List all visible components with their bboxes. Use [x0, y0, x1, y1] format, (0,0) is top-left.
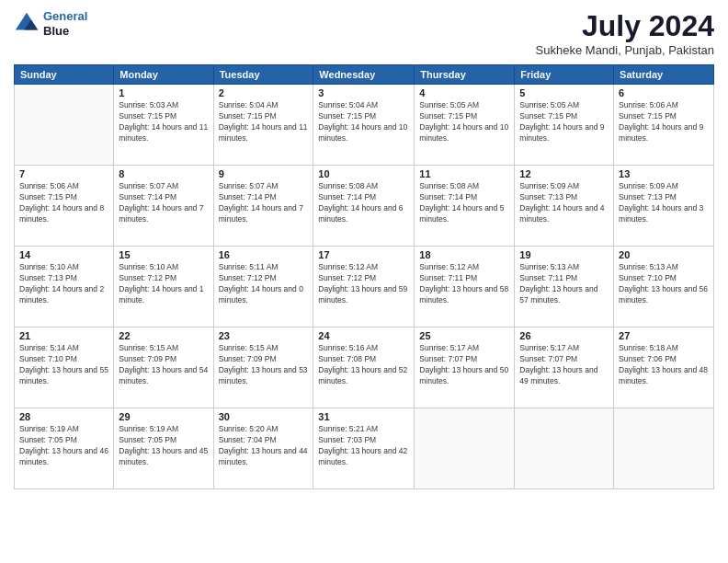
calendar-header-sunday: Sunday — [15, 65, 114, 85]
title-section: July 2024 Sukheke Mandi, Punjab, Pakista… — [536, 9, 714, 57]
day-info: Sunrise: 5:19 AMSunset: 7:05 PMDaylight:… — [119, 424, 208, 468]
day-number: 11 — [419, 168, 509, 179]
calendar-cell: 24Sunrise: 5:16 AMSunset: 7:08 PMDayligh… — [313, 327, 415, 408]
day-number: 14 — [19, 249, 108, 260]
day-number: 7 — [19, 168, 108, 179]
calendar-table: SundayMondayTuesdayWednesdayThursdayFrid… — [14, 64, 714, 489]
calendar-cell: 13Sunrise: 5:09 AMSunset: 7:13 PMDayligh… — [614, 166, 714, 247]
calendar-cell: 22Sunrise: 5:15 AMSunset: 7:09 PMDayligh… — [114, 327, 213, 408]
calendar-cell: 7Sunrise: 5:06 AMSunset: 7:15 PMDaylight… — [15, 166, 114, 247]
logo-text: General Blue — [43, 9, 87, 38]
day-info: Sunrise: 5:12 AMSunset: 7:11 PMDaylight:… — [419, 262, 509, 306]
calendar-cell: 4Sunrise: 5:05 AMSunset: 7:15 PMDaylight… — [415, 85, 515, 166]
day-info: Sunrise: 5:07 AMSunset: 7:14 PMDaylight:… — [219, 181, 309, 225]
day-info: Sunrise: 5:07 AMSunset: 7:14 PMDaylight:… — [119, 181, 208, 225]
day-info: Sunrise: 5:09 AMSunset: 7:13 PMDaylight:… — [619, 181, 709, 225]
calendar-header-saturday: Saturday — [614, 65, 714, 85]
calendar-cell: 26Sunrise: 5:17 AMSunset: 7:07 PMDayligh… — [515, 327, 614, 408]
day-number: 9 — [219, 168, 309, 179]
day-info: Sunrise: 5:05 AMSunset: 7:15 PMDaylight:… — [519, 100, 609, 144]
day-number: 31 — [318, 411, 409, 422]
day-info: Sunrise: 5:16 AMSunset: 7:08 PMDaylight:… — [318, 343, 409, 387]
day-number: 17 — [318, 249, 409, 260]
day-info: Sunrise: 5:09 AMSunset: 7:13 PMDaylight:… — [519, 181, 609, 225]
header: General Blue July 2024 Sukheke Mandi, Pu… — [14, 9, 714, 57]
calendar-cell — [415, 408, 515, 489]
day-info: Sunrise: 5:14 AMSunset: 7:10 PMDaylight:… — [19, 343, 108, 387]
calendar-cell: 21Sunrise: 5:14 AMSunset: 7:10 PMDayligh… — [15, 327, 114, 408]
calendar-cell: 2Sunrise: 5:04 AMSunset: 7:15 PMDaylight… — [213, 85, 313, 166]
calendar-cell: 29Sunrise: 5:19 AMSunset: 7:05 PMDayligh… — [114, 408, 213, 489]
day-number: 18 — [419, 249, 509, 260]
day-info: Sunrise: 5:19 AMSunset: 7:05 PMDaylight:… — [19, 424, 108, 468]
calendar-header-tuesday: Tuesday — [213, 65, 313, 85]
calendar-cell: 16Sunrise: 5:11 AMSunset: 7:12 PMDayligh… — [213, 247, 313, 327]
calendar-cell: 20Sunrise: 5:13 AMSunset: 7:10 PMDayligh… — [614, 247, 714, 327]
calendar-header-row: SundayMondayTuesdayWednesdayThursdayFrid… — [15, 65, 714, 85]
calendar-cell: 9Sunrise: 5:07 AMSunset: 7:14 PMDaylight… — [213, 166, 313, 247]
calendar-cell: 25Sunrise: 5:17 AMSunset: 7:07 PMDayligh… — [415, 327, 515, 408]
calendar-header-monday: Monday — [114, 65, 213, 85]
calendar-cell: 17Sunrise: 5:12 AMSunset: 7:12 PMDayligh… — [313, 247, 415, 327]
calendar-cell: 23Sunrise: 5:15 AMSunset: 7:09 PMDayligh… — [213, 327, 313, 408]
day-info: Sunrise: 5:15 AMSunset: 7:09 PMDaylight:… — [219, 343, 309, 387]
subtitle: Sukheke Mandi, Punjab, Pakistan — [536, 43, 714, 57]
day-info: Sunrise: 5:03 AMSunset: 7:15 PMDaylight:… — [119, 100, 208, 144]
calendar-cell — [614, 408, 714, 489]
day-number: 19 — [519, 249, 609, 260]
day-number: 22 — [119, 330, 208, 341]
day-number: 25 — [419, 330, 509, 341]
day-info: Sunrise: 5:06 AMSunset: 7:15 PMDaylight:… — [619, 100, 709, 144]
calendar-cell: 28Sunrise: 5:19 AMSunset: 7:05 PMDayligh… — [15, 408, 114, 489]
calendar-cell: 31Sunrise: 5:21 AMSunset: 7:03 PMDayligh… — [313, 408, 415, 489]
day-number: 3 — [318, 87, 409, 98]
calendar-cell: 19Sunrise: 5:13 AMSunset: 7:11 PMDayligh… — [515, 247, 614, 327]
calendar-cell: 8Sunrise: 5:07 AMSunset: 7:14 PMDaylight… — [114, 166, 213, 247]
day-info: Sunrise: 5:18 AMSunset: 7:06 PMDaylight:… — [619, 343, 709, 387]
day-info: Sunrise: 5:21 AMSunset: 7:03 PMDaylight:… — [318, 424, 409, 468]
calendar-cell — [15, 85, 114, 166]
day-number: 15 — [119, 249, 208, 260]
day-number: 12 — [519, 168, 609, 179]
day-info: Sunrise: 5:17 AMSunset: 7:07 PMDaylight:… — [419, 343, 509, 387]
calendar-week-row: 14Sunrise: 5:10 AMSunset: 7:13 PMDayligh… — [15, 247, 714, 327]
day-number: 23 — [219, 330, 309, 341]
day-number: 16 — [219, 249, 309, 260]
calendar-cell: 11Sunrise: 5:08 AMSunset: 7:14 PMDayligh… — [415, 166, 515, 247]
day-info: Sunrise: 5:10 AMSunset: 7:12 PMDaylight:… — [119, 262, 208, 306]
calendar-header-thursday: Thursday — [415, 65, 515, 85]
calendar-cell: 27Sunrise: 5:18 AMSunset: 7:06 PMDayligh… — [614, 327, 714, 408]
day-number: 20 — [619, 249, 709, 260]
day-number: 8 — [119, 168, 208, 179]
day-number: 21 — [19, 330, 108, 341]
day-info: Sunrise: 5:06 AMSunset: 7:15 PMDaylight:… — [19, 181, 108, 225]
day-number: 6 — [619, 87, 709, 98]
calendar-cell: 15Sunrise: 5:10 AMSunset: 7:12 PMDayligh… — [114, 247, 213, 327]
day-number: 28 — [19, 411, 108, 422]
calendar-cell — [515, 408, 614, 489]
calendar-cell: 14Sunrise: 5:10 AMSunset: 7:13 PMDayligh… — [15, 247, 114, 327]
calendar-header-friday: Friday — [515, 65, 614, 85]
calendar-cell: 6Sunrise: 5:06 AMSunset: 7:15 PMDaylight… — [614, 85, 714, 166]
day-info: Sunrise: 5:08 AMSunset: 7:14 PMDaylight:… — [419, 181, 509, 225]
calendar-cell: 10Sunrise: 5:08 AMSunset: 7:14 PMDayligh… — [313, 166, 415, 247]
day-info: Sunrise: 5:13 AMSunset: 7:10 PMDaylight:… — [619, 262, 709, 306]
calendar-cell: 5Sunrise: 5:05 AMSunset: 7:15 PMDaylight… — [515, 85, 614, 166]
day-number: 2 — [219, 87, 309, 98]
calendar-week-row: 1Sunrise: 5:03 AMSunset: 7:15 PMDaylight… — [15, 85, 714, 166]
page: General Blue July 2024 Sukheke Mandi, Pu… — [0, 0, 728, 563]
day-info: Sunrise: 5:04 AMSunset: 7:15 PMDaylight:… — [219, 100, 309, 144]
calendar-cell: 1Sunrise: 5:03 AMSunset: 7:15 PMDaylight… — [114, 85, 213, 166]
day-number: 5 — [519, 87, 609, 98]
day-number: 4 — [419, 87, 509, 98]
day-info: Sunrise: 5:12 AMSunset: 7:12 PMDaylight:… — [318, 262, 409, 306]
day-number: 29 — [119, 411, 208, 422]
day-info: Sunrise: 5:11 AMSunset: 7:12 PMDaylight:… — [219, 262, 309, 306]
calendar-week-row: 7Sunrise: 5:06 AMSunset: 7:15 PMDaylight… — [15, 166, 714, 247]
day-number: 1 — [119, 87, 208, 98]
logo-icon — [14, 11, 40, 37]
calendar-cell: 18Sunrise: 5:12 AMSunset: 7:11 PMDayligh… — [415, 247, 515, 327]
day-number: 30 — [219, 411, 309, 422]
day-info: Sunrise: 5:17 AMSunset: 7:07 PMDaylight:… — [519, 343, 609, 387]
calendar-cell: 3Sunrise: 5:04 AMSunset: 7:15 PMDaylight… — [313, 85, 415, 166]
